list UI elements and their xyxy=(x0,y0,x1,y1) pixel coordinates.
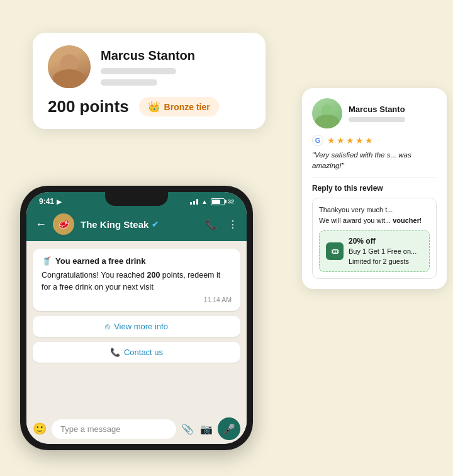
reply-box: Thankyou very much t... We will award yo… xyxy=(312,198,437,279)
mic-button[interactable]: 🎤 xyxy=(218,417,240,440)
star-1: ★ xyxy=(327,135,335,145)
star-5: ★ xyxy=(365,135,373,145)
clock: 9:41 xyxy=(39,197,54,206)
status-bar-right: ▲ 32 xyxy=(190,198,234,205)
gps-icon: ▶ xyxy=(57,198,62,205)
status-bar-left: 9:41 ▶ xyxy=(39,197,62,206)
reply-text-1: Thankyou very much t... xyxy=(319,206,393,213)
call-icon[interactable]: 📞 xyxy=(205,218,218,230)
voucher-body: Buy 1 Get 1 Free on... Limited for 2 gue… xyxy=(349,247,423,266)
more-options-icon[interactable]: ⋮ xyxy=(228,218,238,230)
profile-name: Marcus Stanton xyxy=(101,48,195,63)
review-quote: "Very satisfied with the s... was amazin… xyxy=(312,150,437,171)
profile-info: Marcus Stanton xyxy=(101,48,195,86)
contact-name: The King Steak xyxy=(81,219,148,230)
msg-time: 11.14 AM xyxy=(42,296,232,303)
attach-icon[interactable]: 📎 xyxy=(181,423,194,435)
msg-points-bold: 200 xyxy=(147,271,160,280)
wa-title: The King Steak ✔ xyxy=(81,219,199,230)
google-icon: G xyxy=(312,135,323,146)
voucher-icon: 🎟 xyxy=(326,242,344,260)
review-info: Marcus Stanto xyxy=(349,105,405,122)
review-card: Marcus Stanto G ★ ★ ★ ★ ★ "Very satisfie… xyxy=(302,88,447,289)
avatar xyxy=(48,45,91,88)
review-skeleton xyxy=(349,117,405,122)
msg-body: Congratulations! You reached 200 points,… xyxy=(42,269,232,293)
profile-card-bottom: 200 points 👑 Bronze tier xyxy=(48,97,250,116)
contact-label: Contact us xyxy=(124,348,163,357)
star-4: ★ xyxy=(355,135,364,145)
drink-icon: 🥤 xyxy=(42,256,52,266)
tier-badge: 👑 Bronze tier xyxy=(139,97,219,116)
input-placeholder: Type a message xyxy=(60,424,120,434)
battery-label: 32 xyxy=(228,198,234,205)
emoji-icon[interactable]: 🙂 xyxy=(33,422,47,436)
divider xyxy=(312,177,437,178)
message-bubble: 🥤 You earned a free drink Congratulation… xyxy=(33,249,240,311)
profile-card-top: Marcus Stanton xyxy=(48,45,250,88)
input-attachment-icons: 📎 📷 xyxy=(181,423,213,435)
profile-card: Marcus Stanton 200 points 👑 Bronze tier xyxy=(33,33,266,129)
wifi-icon: ▲ xyxy=(201,198,208,205)
voucher-box: 🎟 20% off Buy 1 Get 1 Free on... Limited… xyxy=(319,230,430,272)
stars-row: G ★ ★ ★ ★ ★ xyxy=(312,135,437,146)
wa-icons: 📞 ⋮ xyxy=(205,218,238,230)
input-bar: 🙂 Type a message 📎 📷 🎤 xyxy=(26,414,247,444)
battery-icon xyxy=(211,198,225,205)
msg-text-1: Congratulations! You reached xyxy=(42,271,147,280)
points-label: 200 points xyxy=(48,97,129,116)
reply-text-2: We will award you wit... xyxy=(319,217,391,224)
signal-bars xyxy=(190,199,198,205)
verified-icon: ✔ xyxy=(152,220,159,229)
chat-area: 🥤 You earned a free drink Congratulation… xyxy=(26,241,247,414)
view-more-icon: ⎋ xyxy=(105,322,110,331)
contact-us-button[interactable]: 📞 Contact us xyxy=(33,342,240,363)
review-name: Marcus Stanto xyxy=(349,105,405,114)
reply-bold: voucher xyxy=(393,217,420,224)
phone-inner: 9:41 ▶ ▲ 32 ← 🥩 The King Steak ✔ xyxy=(26,192,247,444)
camera-icon[interactable]: 📷 xyxy=(200,423,213,435)
view-more-button[interactable]: ⎋ View more info xyxy=(33,316,240,337)
message-input[interactable]: Type a message xyxy=(52,419,176,439)
review-card-top: Marcus Stanto xyxy=(312,98,437,128)
star-3: ★ xyxy=(346,135,354,145)
msg-header-text: You earned a free drink xyxy=(55,256,146,266)
skeleton-line-2 xyxy=(101,79,157,86)
back-icon[interactable]: ← xyxy=(35,218,47,231)
skeleton-line-1 xyxy=(101,68,176,74)
reply-label: Reply to this review xyxy=(312,184,437,193)
msg-header: 🥤 You earned a free drink xyxy=(42,256,232,266)
contact-icon: 📞 xyxy=(110,348,120,357)
voucher-text: 20% off Buy 1 Get 1 Free on... Limited f… xyxy=(349,236,423,266)
tier-label: Bronze tier xyxy=(164,102,210,112)
review-avatar xyxy=(312,98,342,128)
view-more-label: View more info xyxy=(114,322,168,331)
phone-notch xyxy=(105,192,168,206)
wa-avatar: 🥩 xyxy=(53,213,74,235)
star-rating: ★ ★ ★ ★ ★ xyxy=(327,135,373,145)
star-2: ★ xyxy=(337,135,345,145)
wa-header: ← 🥩 The King Steak ✔ 📞 ⋮ xyxy=(26,208,247,241)
crown-icon: 👑 xyxy=(148,101,160,113)
voucher-title: 20% off xyxy=(349,236,423,247)
phone-container: 9:41 ▶ ▲ 32 ← 🥩 The King Steak ✔ xyxy=(20,186,253,450)
